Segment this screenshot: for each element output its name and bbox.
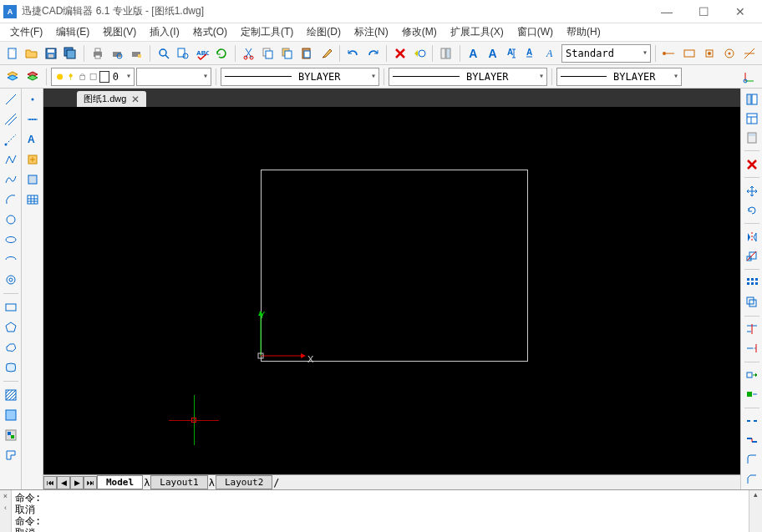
hatch-icon[interactable] bbox=[2, 386, 20, 404]
menu-format[interactable]: 格式(O) bbox=[186, 23, 234, 41]
document-tab[interactable]: 图纸1.dwg ✕ bbox=[77, 91, 146, 107]
spline-icon[interactable] bbox=[2, 170, 20, 189]
arc-icon[interactable] bbox=[2, 190, 20, 209]
new-file-icon[interactable] bbox=[3, 44, 21, 63]
text-style-a1-icon[interactable]: A bbox=[465, 44, 482, 63]
plot-icon[interactable] bbox=[128, 44, 145, 63]
viewport[interactable]: Y X bbox=[43, 107, 740, 474]
layout-nav-prev[interactable]: ◀ bbox=[57, 476, 70, 489]
maximize-button[interactable]: ☐ bbox=[685, 0, 722, 23]
mtext-icon[interactable]: A bbox=[23, 130, 42, 149]
break-icon[interactable] bbox=[743, 413, 761, 430]
polyline-icon[interactable] bbox=[2, 150, 20, 169]
menu-draw[interactable]: 绘图(D) bbox=[300, 23, 348, 41]
minimize-button[interactable]: — bbox=[648, 0, 685, 23]
menu-modify[interactable]: 修改(M) bbox=[395, 23, 444, 41]
line-icon[interactable] bbox=[2, 90, 20, 109]
scroll-up-icon[interactable]: ▴ bbox=[754, 490, 758, 499]
point-icon[interactable] bbox=[23, 90, 42, 109]
layout-nav-last[interactable]: ⏭ bbox=[84, 476, 97, 489]
menu-view[interactable]: 视图(V) bbox=[96, 23, 143, 41]
table-icon[interactable] bbox=[23, 190, 42, 209]
close-button[interactable]: ✕ bbox=[722, 0, 759, 23]
menu-window[interactable]: 窗口(W) bbox=[511, 23, 560, 41]
snap-perpendicular-icon[interactable] bbox=[700, 44, 719, 63]
menu-extended-tools[interactable]: 扩展工具(X) bbox=[444, 23, 511, 41]
print-icon[interactable] bbox=[89, 44, 106, 63]
select-filter-icon[interactable] bbox=[410, 44, 428, 63]
wipeout-icon[interactable] bbox=[2, 358, 20, 377]
lengthen-icon[interactable] bbox=[743, 386, 761, 403]
layer-select[interactable]: 0 bbox=[51, 68, 135, 86]
layer-manager-icon[interactable] bbox=[3, 68, 22, 86]
tab-model[interactable]: Model bbox=[97, 475, 143, 489]
dim-style-icon[interactable]: A bbox=[503, 44, 521, 63]
ellipse-icon[interactable] bbox=[2, 231, 20, 249]
audit-icon[interactable] bbox=[174, 44, 191, 63]
open-file-icon[interactable] bbox=[23, 44, 40, 63]
rectangle-icon[interactable] bbox=[2, 298, 20, 317]
layout-nav-first[interactable]: ⏮ bbox=[43, 476, 57, 489]
layer-filter-select[interactable] bbox=[136, 68, 211, 86]
saveall-icon[interactable] bbox=[62, 44, 79, 63]
snap-endpoint-icon[interactable] bbox=[660, 44, 678, 63]
region-icon[interactable] bbox=[2, 426, 20, 444]
layer-states-icon[interactable] bbox=[23, 68, 42, 86]
circle-icon[interactable] bbox=[2, 210, 20, 229]
delete-icon[interactable] bbox=[391, 44, 409, 63]
ray-icon[interactable] bbox=[2, 130, 20, 149]
lineweight-select[interactable]: BYLAYER bbox=[389, 68, 547, 86]
divide-icon[interactable] bbox=[23, 110, 42, 129]
find-icon[interactable] bbox=[155, 44, 172, 63]
move-icon[interactable] bbox=[743, 182, 761, 200]
snap-midpoint-icon[interactable] bbox=[680, 44, 698, 63]
menu-insert[interactable]: 插入(I) bbox=[143, 23, 185, 41]
ucs-icon[interactable] bbox=[740, 68, 759, 86]
properties-icon[interactable] bbox=[743, 109, 761, 127]
paste-icon[interactable] bbox=[298, 44, 316, 63]
linetype-select[interactable]: BYLAYER bbox=[221, 68, 379, 86]
document-tab-close-icon[interactable]: ✕ bbox=[131, 94, 140, 105]
save-icon[interactable] bbox=[43, 44, 60, 63]
layout-nav-next[interactable]: ▶ bbox=[70, 476, 84, 489]
spellcheck-icon[interactable]: ABC bbox=[193, 44, 211, 63]
command-toggle[interactable]: × ‹ bbox=[0, 490, 12, 532]
text-style-a2-icon[interactable]: A bbox=[484, 44, 501, 63]
tab-layout1[interactable]: Layout1 bbox=[150, 475, 207, 489]
fillet-icon[interactable] bbox=[743, 451, 761, 469]
command-scrollbar[interactable]: ▴ ▾ bbox=[749, 490, 762, 532]
offset-icon[interactable] bbox=[743, 294, 761, 312]
copy-icon[interactable] bbox=[259, 44, 277, 63]
menu-help[interactable]: 帮助(H) bbox=[560, 23, 607, 41]
chamfer-icon[interactable] bbox=[743, 470, 761, 488]
print-preview-icon[interactable] bbox=[108, 44, 125, 63]
array-icon[interactable] bbox=[743, 274, 761, 291]
tab-layout2[interactable]: Layout2 bbox=[216, 475, 272, 489]
command-history[interactable]: 命令: 取消 命令: 取消 命令: I bbox=[12, 490, 749, 532]
construction-line-icon[interactable] bbox=[2, 110, 20, 129]
block-insert-icon[interactable] bbox=[23, 150, 42, 169]
revcloud-icon[interactable] bbox=[2, 338, 20, 357]
boundary-icon[interactable] bbox=[2, 446, 20, 464]
extend-icon[interactable] bbox=[743, 340, 761, 357]
text-style-select[interactable]: Standard bbox=[561, 44, 651, 63]
scale-icon[interactable] bbox=[743, 247, 761, 265]
trim-icon[interactable] bbox=[743, 321, 761, 338]
cut-icon[interactable] bbox=[240, 44, 257, 63]
join-icon[interactable] bbox=[743, 432, 761, 449]
copy2-icon[interactable] bbox=[279, 44, 297, 63]
multileader-style-icon[interactable]: A bbox=[542, 44, 560, 63]
undo-icon[interactable] bbox=[344, 44, 362, 63]
donut-icon[interactable] bbox=[2, 271, 20, 289]
stretch-icon[interactable] bbox=[743, 367, 761, 384]
brush-icon[interactable] bbox=[318, 44, 335, 63]
erase-icon[interactable] bbox=[743, 155, 761, 173]
snap-intersection-icon[interactable] bbox=[720, 44, 739, 63]
menu-custom-tools[interactable]: 定制工具(T) bbox=[234, 23, 300, 41]
polygon-icon[interactable] bbox=[2, 318, 20, 337]
snap-extension-icon[interactable] bbox=[740, 44, 759, 63]
rotate-icon[interactable] bbox=[743, 201, 761, 219]
refresh-icon[interactable] bbox=[213, 44, 231, 63]
menu-file[interactable]: 文件(F) bbox=[3, 23, 49, 41]
ellipse-arc-icon[interactable] bbox=[2, 251, 20, 269]
